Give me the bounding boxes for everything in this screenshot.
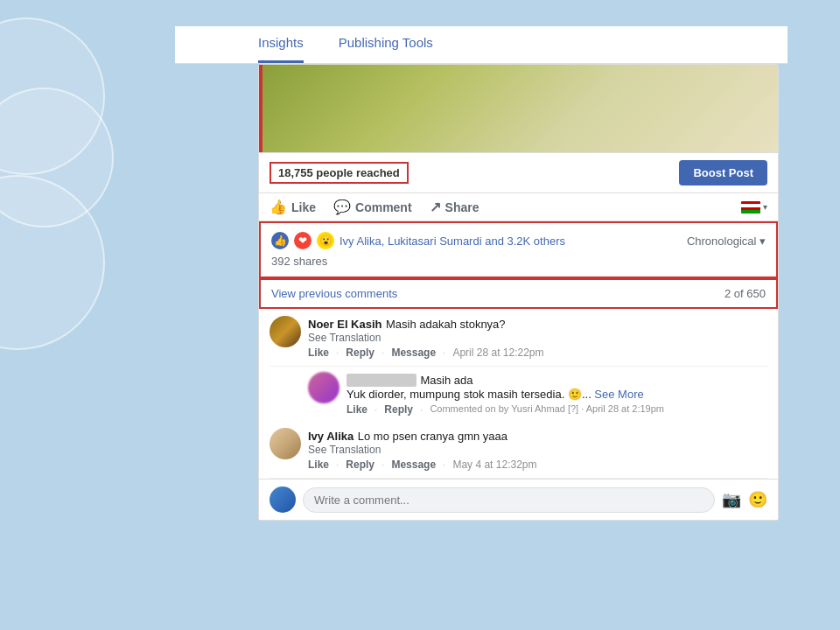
commented-by-info: Commented on by Yusri Ahmad [?] · April … [430, 403, 664, 416]
comments-count: 2 of 650 [724, 287, 766, 300]
like-reaction-icon: 👍 [271, 232, 289, 249]
comment-name[interactable]: Ivy Alika [308, 430, 354, 443]
post-card: 18,755 people reached Boost Post 👍 Like … [258, 64, 779, 521]
write-comment-input[interactable] [303, 487, 715, 513]
comment-message-btn[interactable]: Message [391, 346, 436, 359]
tab-publishing-tools[interactable]: Publishing Tools [339, 35, 433, 63]
comment-reply-btn[interactable]: Reply [346, 346, 374, 359]
camera-icon[interactable]: 📷 [722, 490, 741, 509]
reply-like-btn[interactable]: Like [346, 403, 368, 416]
avatar [270, 316, 301, 347]
comment-message-btn[interactable]: Message [391, 458, 436, 471]
comment-time: May 4 at 12:32pm [452, 458, 536, 471]
reactions-names[interactable]: Ivy Alika, Lukitasari Sumardi and 3.2K o… [340, 234, 565, 248]
comment-input-icons: 📷 🙂 [722, 490, 767, 509]
action-bar: 👍 Like 💬 Comment ↗ Share ▾ [259, 192, 778, 221]
view-previous-comments[interactable]: View previous comments 2 of 650 [259, 278, 778, 309]
current-user-avatar [270, 486, 296, 513]
comment-actions: Like · Reply · Message · April 28 at 12:… [308, 346, 767, 359]
comment-time: April 28 at 12:22pm [452, 346, 543, 359]
nav-tabs: Insights Publishing Tools [175, 26, 788, 64]
see-translation[interactable]: See Translation [308, 332, 767, 344]
background-decoration [0, 0, 175, 630]
comment-label: Comment [355, 200, 412, 214]
share-action[interactable]: ↗ Share [430, 199, 480, 215]
comment-like-btn[interactable]: Like [308, 458, 329, 471]
reached-bar: 18,755 people reached Boost Post [259, 152, 778, 192]
like-label: Like [291, 200, 316, 214]
tab-insights[interactable]: Insights [258, 35, 304, 63]
reply-content: ████████ Masih ada Yuk diorder, mumpung … [346, 372, 767, 416]
avatar [270, 428, 301, 459]
post-image [259, 65, 778, 152]
comment-content: Noer El Kasih Masih adakah stoknya? See … [308, 316, 767, 359]
comment-action[interactable]: 💬 Comment [333, 199, 412, 215]
love-reaction-icon: ❤ [294, 232, 312, 249]
comment-item: Noer El Kasih Masih adakah stoknya? See … [270, 309, 767, 367]
see-more-link[interactable]: See More [594, 388, 643, 401]
view-previous-label: View previous comments [271, 287, 397, 300]
reply-item: ████████ Masih ada Yuk diorder, mumpung … [270, 367, 767, 421]
reply-reply-btn[interactable]: Reply [384, 403, 413, 416]
see-translation[interactable]: See Translation [308, 444, 767, 456]
blurred-commenter-name: ████████ [346, 374, 416, 387]
boost-post-button[interactable]: Boost Post [679, 160, 767, 186]
share-icon: ↗ [430, 199, 441, 215]
flag-dropdown-icon: ▾ [763, 202, 767, 212]
flag-icon [741, 201, 760, 214]
comment-name[interactable]: Noer El Kasih [308, 318, 382, 331]
comment-reply-btn[interactable]: Reply [346, 458, 374, 471]
flag-area[interactable]: ▾ [741, 201, 767, 214]
comment-text: Masih adakah stoknya? [386, 318, 506, 331]
comment-icon: 💬 [333, 199, 351, 215]
wow-reaction-icon: 😮 [317, 232, 334, 249]
reply-actions: Like · Reply · Commented on by Yusri Ahm… [346, 403, 767, 416]
comments-section: Noer El Kasih Masih adakah stoknya? See … [259, 309, 778, 479]
write-comment-area: 📷 🙂 [259, 479, 778, 520]
shares-count: 392 shares [271, 255, 766, 268]
like-action[interactable]: 👍 Like [270, 199, 316, 215]
main-content: Insights Publishing Tools 18,755 people … [175, 26, 788, 521]
reply-continuation: Yuk diorder, mumpung stok masih tersedia… [346, 388, 767, 401]
reached-badge: 18,755 people reached [270, 162, 409, 184]
comment-like-btn[interactable]: Like [308, 346, 329, 359]
comment-actions: Like · Reply · Message · May 4 at 12:32p… [308, 458, 767, 471]
avatar [308, 372, 340, 403]
reactions-section: 👍 ❤ 😮 Ivy Alika, Lukitasari Sumardi and … [259, 221, 778, 278]
comment-content: Ivy Alika Lo mo psen cranya gmn yaaa See… [308, 428, 767, 471]
chronological-dropdown[interactable]: Chronological ▾ [687, 234, 766, 248]
reply-text: Masih ada [420, 374, 472, 387]
comment-item: Ivy Alika Lo mo psen cranya gmn yaaa See… [270, 421, 767, 479]
reactions-row: 👍 ❤ 😮 Ivy Alika, Lukitasari Sumardi and … [271, 232, 766, 249]
emoji-icon[interactable]: 🙂 [748, 490, 767, 509]
like-icon: 👍 [270, 199, 287, 215]
comment-text: Lo mo psen cranya gmn yaaa [358, 430, 508, 443]
share-label: Share [445, 200, 480, 214]
